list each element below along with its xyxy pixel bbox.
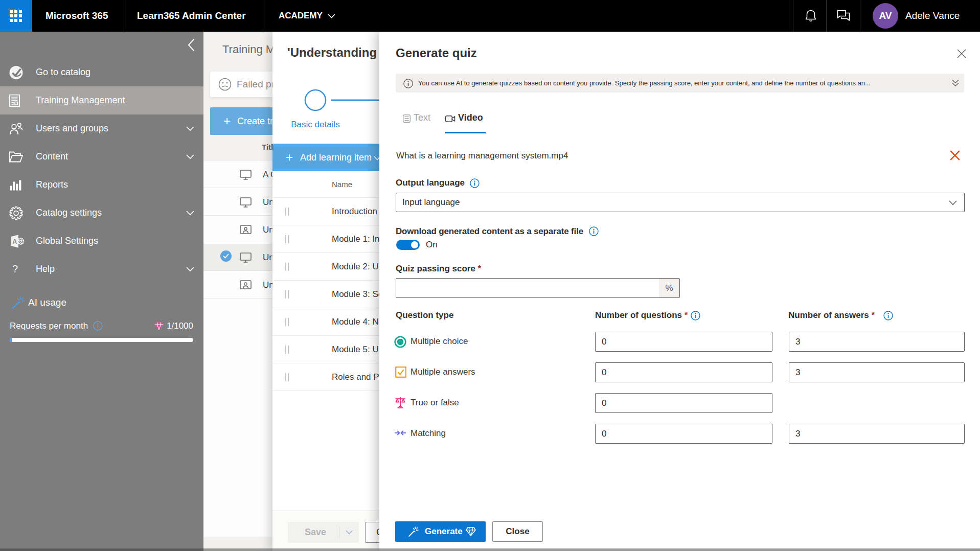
svg-text:A: A xyxy=(12,238,17,245)
